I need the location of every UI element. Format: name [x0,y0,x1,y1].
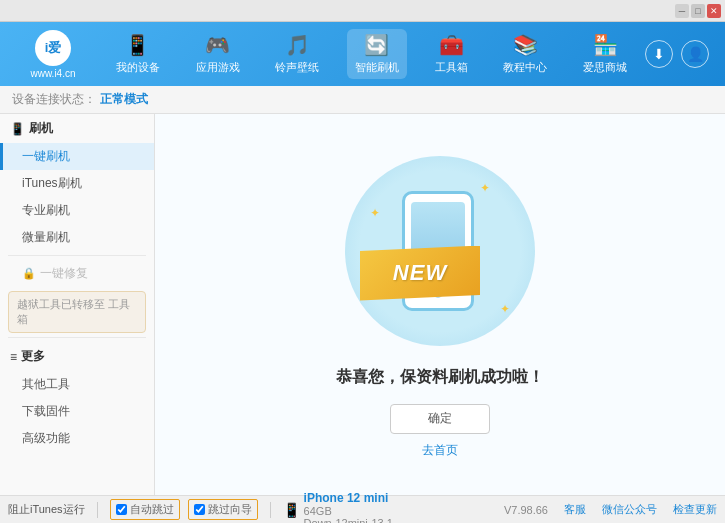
success-illustration: NEW ✦ ✦ ✦ [340,151,540,351]
user-button[interactable]: 👤 [681,40,709,68]
bottom-left: 阻止iTunes运行 自动跳过 跳过向导 📱 iPhone 12 mini 64… [8,491,393,524]
skip-wizard-label: 跳过向导 [208,502,252,517]
advanced-label: 高级功能 [22,431,70,445]
sparkle-1: ✦ [480,181,490,195]
title-bar: ─ □ ✕ [0,0,725,22]
device-name: iPhone 12 mini [304,491,393,505]
download-button[interactable]: ⬇ [645,40,673,68]
checkbox-area: 自动跳过 跳过向导 [110,499,258,520]
nav-tutorials-icon: 📚 [513,33,538,57]
new-badge-text: NEW [393,260,447,286]
nav-ringtones-label: 铃声壁纸 [275,60,319,75]
more-section-title: 更多 [21,348,45,365]
logo-area: i爱 www.i4.cn [8,30,98,79]
auto-dismiss-label: 自动跳过 [130,502,174,517]
rescue-lock-icon: 🔒 [22,267,36,280]
bottom-divider-1 [97,502,98,518]
sidebar-item-micro-flash[interactable]: 微量刷机 [0,224,154,251]
nav-smart-flash[interactable]: 🔄 智能刷机 [347,29,407,79]
maximize-button[interactable]: □ [691,4,705,18]
device-storage: 64GB [304,505,393,517]
customer-service-link[interactable]: 客服 [564,502,586,517]
stop-itunes-label[interactable]: 阻止iTunes运行 [8,502,85,517]
bottom-divider-2 [270,502,271,518]
nav-tutorials[interactable]: 📚 教程中心 [495,29,555,79]
header-right: ⬇ 👤 [645,40,717,68]
device-phone-icon: 📱 [283,502,300,518]
jailbreak-notice: 越狱工具已转移至 工具箱 [8,291,146,333]
sidebar-section-more: ≡ 更多 [0,342,154,371]
close-button[interactable]: ✕ [707,4,721,18]
success-title: 恭喜您，保资料刷机成功啦！ [336,367,544,388]
nav-items: 📱 我的设备 🎮 应用游戏 🎵 铃声壁纸 🔄 智能刷机 🧰 工具箱 📚 教程中心… [98,29,645,79]
device-info: 📱 iPhone 12 mini 64GB Down-12mini-13,1 [283,491,393,524]
sidebar-section-flash: 📱 刷机 [0,114,154,143]
device-version: Down-12mini-13,1 [304,517,393,524]
rescue-title: 一键修复 [40,265,88,282]
nav-tutorials-label: 教程中心 [503,60,547,75]
sidebar-item-itunes-flash[interactable]: iTunes刷机 [0,170,154,197]
other-tools-label: 其他工具 [22,377,70,391]
confirm-button-label: 确定 [428,410,452,427]
nav-ringtones[interactable]: 🎵 铃声壁纸 [267,29,327,79]
download-firmware-label: 下载固件 [22,404,70,418]
nav-my-device[interactable]: 📱 我的设备 [108,29,168,79]
sidebar-item-advanced[interactable]: 高级功能 [0,425,154,452]
sidebar-divider-2 [8,337,146,338]
check-update-link[interactable]: 检查更新 [673,502,717,517]
pro-flash-label: 专业刷机 [22,203,70,217]
sidebar: 📱 刷机 一键刷机 iTunes刷机 专业刷机 微量刷机 🔒 一键修复 越狱工具… [0,114,155,495]
one-key-flash-label: 一键刷机 [22,149,70,163]
logo-url: www.i4.cn [30,68,75,79]
confirm-button[interactable]: 确定 [390,404,490,434]
sidebar-item-pro-flash[interactable]: 专业刷机 [0,197,154,224]
nav-device-icon: 📱 [125,33,150,57]
nav-flash-label: 智能刷机 [355,60,399,75]
sidebar-item-download-firmware[interactable]: 下载固件 [0,398,154,425]
header: i爱 www.i4.cn 📱 我的设备 🎮 应用游戏 🎵 铃声壁纸 🔄 智能刷机… [0,22,725,86]
nav-ringtones-icon: 🎵 [285,33,310,57]
auto-dismiss-checkbox[interactable]: 自动跳过 [110,499,180,520]
nav-flash-icon: 🔄 [364,33,389,57]
more-section-icon: ≡ [10,350,17,364]
device-details: iPhone 12 mini 64GB Down-12mini-13,1 [304,491,393,524]
nav-apps-games[interactable]: 🎮 应用游戏 [188,29,248,79]
micro-flash-label: 微量刷机 [22,230,70,244]
itunes-flash-label: iTunes刷机 [22,176,82,190]
sidebar-divider-1 [8,255,146,256]
window-controls: ─ □ ✕ [675,4,721,18]
bottom-bar: 阻止iTunes运行 自动跳过 跳过向导 📱 iPhone 12 mini 64… [0,495,725,523]
sidebar-section-rescue: 🔒 一键修复 [0,260,154,287]
flash-section-icon: 📱 [10,122,25,136]
status-label: 设备连接状态： [12,91,96,108]
nav-shop-icon: 🏪 [593,33,618,57]
nav-toolbox-icon: 🧰 [439,33,464,57]
nav-shop-label: 爱思商城 [583,60,627,75]
status-bar: 设备连接状态： 正常模式 [0,86,725,114]
sparkle-2: ✦ [370,206,380,220]
nav-toolbox[interactable]: 🧰 工具箱 [427,29,476,79]
sidebar-item-other-tools[interactable]: 其他工具 [0,371,154,398]
auto-dismiss-input[interactable] [116,504,127,515]
nav-device-label: 我的设备 [116,60,160,75]
main-content: NEW ✦ ✦ ✦ 恭喜您，保资料刷机成功啦！ 确定 去首页 [155,114,725,495]
nav-apps-icon: 🎮 [205,33,230,57]
minimize-button[interactable]: ─ [675,4,689,18]
status-value: 正常模式 [100,91,148,108]
wechat-link[interactable]: 微信公众号 [602,502,657,517]
nav-brand-shop[interactable]: 🏪 爱思商城 [575,29,635,79]
nav-toolbox-label: 工具箱 [435,60,468,75]
new-banner: NEW [360,246,480,301]
jailbreak-notice-text: 越狱工具已转移至 工具箱 [17,298,130,325]
flash-section-title: 刷机 [29,120,53,137]
go-today-link[interactable]: 去首页 [422,442,458,459]
skip-wizard-input[interactable] [194,504,205,515]
logo-icon: i爱 [35,30,71,66]
nav-apps-label: 应用游戏 [196,60,240,75]
bottom-right: V7.98.66 客服 微信公众号 检查更新 [504,502,717,517]
main-layout: 📱 刷机 一键刷机 iTunes刷机 专业刷机 微量刷机 🔒 一键修复 越狱工具… [0,114,725,495]
sidebar-item-one-key-flash[interactable]: 一键刷机 [0,143,154,170]
sparkle-3: ✦ [500,302,510,316]
version-label: V7.98.66 [504,504,548,516]
skip-wizard-checkbox[interactable]: 跳过向导 [188,499,258,520]
